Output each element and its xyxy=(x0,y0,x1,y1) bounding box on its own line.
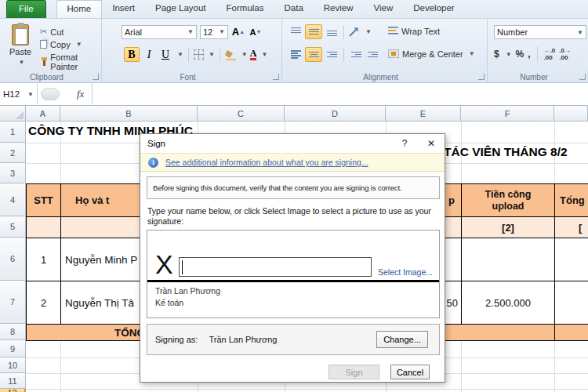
column-header-c[interactable]: C xyxy=(198,106,285,122)
font-dialog-launcher-icon[interactable] xyxy=(273,74,279,80)
row-header-1[interactable]: 1 xyxy=(0,122,26,143)
column-header-b[interactable]: B xyxy=(60,106,198,122)
close-icon[interactable]: ✕ xyxy=(418,138,445,149)
grow-font-icon[interactable]: A▲ xyxy=(231,24,245,39)
wrap-text-button[interactable]: Wrap Text xyxy=(386,26,442,37)
cell-f5[interactable]: [2] xyxy=(461,216,555,238)
font-name-dropdown-arrow[interactable]: ▼ xyxy=(187,28,194,35)
increase-decimal-icon[interactable]: ←.0.00 xyxy=(544,47,556,61)
merge-center-button[interactable]: Merge & Center ▼ xyxy=(386,49,477,60)
number-dialog-launcher-icon[interactable] xyxy=(579,74,586,80)
borders-icon[interactable] xyxy=(194,49,204,60)
align-middle-icon[interactable] xyxy=(305,24,322,39)
row-header-9[interactable]: 9 xyxy=(0,340,26,358)
sign-button[interactable]: Sign xyxy=(328,365,379,379)
name-box-resize-handle[interactable] xyxy=(41,88,60,100)
align-left-icon[interactable] xyxy=(289,47,303,62)
signature-name-input[interactable] xyxy=(179,257,372,277)
cell-a7[interactable]: 2 xyxy=(26,281,61,325)
row-header-10[interactable]: 10 xyxy=(0,358,26,373)
currency-dropdown-arrow[interactable]: ▼ xyxy=(506,51,512,58)
comma-icon[interactable]: , xyxy=(528,49,530,60)
column-header-g[interactable] xyxy=(554,106,588,122)
decrease-indent-icon[interactable] xyxy=(349,47,363,62)
name-box[interactable]: H12 ▼ xyxy=(0,83,38,106)
column-header-a[interactable]: A xyxy=(26,106,60,122)
dialog-title-bar[interactable]: Sign ? ✕ xyxy=(140,134,445,153)
underline-button[interactable]: U xyxy=(158,47,172,62)
paste-button[interactable]: Paste ▼ xyxy=(5,23,35,76)
select-all-corner[interactable] xyxy=(0,106,26,122)
row-header-4[interactable]: 4 xyxy=(0,183,26,216)
italic-button[interactable]: I xyxy=(142,47,156,62)
tab-formulas[interactable]: Formulas xyxy=(216,0,274,18)
decrease-decimal-icon[interactable]: .0→.00 xyxy=(559,47,571,61)
tab-page-layout[interactable]: Page Layout xyxy=(145,0,216,18)
cell-a5[interactable] xyxy=(26,216,61,238)
shrink-font-icon[interactable]: A▼ xyxy=(249,24,263,39)
cell-g6[interactable] xyxy=(554,238,588,281)
column-header-e[interactable]: E xyxy=(386,106,461,122)
number-format-dropdown-arrow[interactable]: ▼ xyxy=(577,29,583,36)
format-painter-button[interactable]: Format Painter xyxy=(38,52,101,72)
merge-center-dropdown-arrow[interactable]: ▼ xyxy=(469,50,475,57)
font-color-dropdown-arrow[interactable]: ▼ xyxy=(261,51,267,58)
row-header-2[interactable]: 2 xyxy=(0,143,26,163)
bold-button[interactable]: B xyxy=(124,47,140,62)
cut-button[interactable]: ✂ Cut xyxy=(38,26,66,38)
percent-icon[interactable]: % xyxy=(516,49,524,60)
tab-review[interactable]: Review xyxy=(314,0,364,18)
fill-color-icon[interactable] xyxy=(225,49,237,60)
cell-f6[interactable] xyxy=(461,238,555,281)
insert-function-icon[interactable]: fx xyxy=(77,88,84,100)
increase-indent-icon[interactable] xyxy=(365,47,379,62)
tab-home[interactable]: Home xyxy=(56,0,103,18)
tab-data[interactable]: Data xyxy=(274,0,314,18)
column-header-f[interactable]: F xyxy=(461,106,554,122)
help-icon[interactable]: ? xyxy=(391,138,418,149)
align-center-icon[interactable] xyxy=(305,47,322,62)
tab-view[interactable]: View xyxy=(364,0,404,18)
name-box-dropdown-arrow[interactable]: ▼ xyxy=(27,91,34,98)
align-right-icon[interactable] xyxy=(325,47,339,62)
orientation-dropdown-arrow[interactable]: ▼ xyxy=(365,28,372,35)
cell-row2-title-fragment[interactable]: TÁC VIÊN THÁNG 8/2 xyxy=(444,145,568,159)
cancel-button[interactable]: Cancel xyxy=(390,365,430,379)
alignment-dialog-launcher-icon[interactable] xyxy=(478,74,485,80)
column-header-d[interactable]: D xyxy=(285,106,386,122)
row-header-12-selected[interactable]: 12 xyxy=(0,389,26,392)
clipboard-dialog-launcher-icon[interactable] xyxy=(93,74,99,80)
cell-f7-amount[interactable]: 2.500.000 xyxy=(461,281,555,325)
font-color-icon[interactable]: A xyxy=(250,49,257,60)
row-header-3[interactable]: 3 xyxy=(0,163,26,183)
cell-a6[interactable]: 1 xyxy=(26,238,61,281)
paste-dropdown-arrow[interactable]: ▼ xyxy=(19,59,25,66)
cell-g4-tong[interactable]: Tổng xyxy=(554,183,588,217)
tab-insert[interactable]: Insert xyxy=(102,0,145,18)
font-size-dropdown-arrow[interactable]: ▼ xyxy=(219,28,225,35)
cell-g7[interactable] xyxy=(554,281,588,325)
orientation-icon[interactable] xyxy=(349,27,361,37)
fill-color-dropdown-arrow[interactable]: ▼ xyxy=(241,51,248,58)
font-name-combo[interactable]: Arial▼ xyxy=(122,25,197,39)
formula-input[interactable] xyxy=(93,83,588,106)
copy-button[interactable]: Copy ▼ xyxy=(38,39,85,50)
cell-g5[interactable]: [ xyxy=(554,216,588,238)
cell-f4-tien-cong[interactable]: Tiền công upload xyxy=(461,183,555,217)
additional-info-link[interactable]: See additional information about what yo… xyxy=(165,158,368,167)
number-format-combo[interactable]: Number▼ xyxy=(494,25,586,39)
tab-file[interactable]: File xyxy=(6,0,46,18)
currency-icon[interactable]: $ xyxy=(494,49,499,60)
row-header-11[interactable]: 11 xyxy=(0,373,26,389)
borders-dropdown-arrow[interactable]: ▼ xyxy=(209,51,215,58)
align-bottom-icon[interactable] xyxy=(325,24,339,39)
row-header-8[interactable]: 8 xyxy=(0,324,26,340)
row-header-7[interactable]: 7 xyxy=(0,281,26,324)
cell-a4-stt[interactable]: STT xyxy=(26,183,61,217)
underline-dropdown-arrow[interactable]: ▼ xyxy=(177,51,183,58)
cell-g8[interactable] xyxy=(554,324,588,341)
tab-developer[interactable]: Developer xyxy=(403,0,464,18)
change-button[interactable]: Change... xyxy=(376,331,428,348)
font-size-combo[interactable]: 12▼ xyxy=(200,25,228,39)
select-image-link[interactable]: Select Image... xyxy=(378,267,433,277)
